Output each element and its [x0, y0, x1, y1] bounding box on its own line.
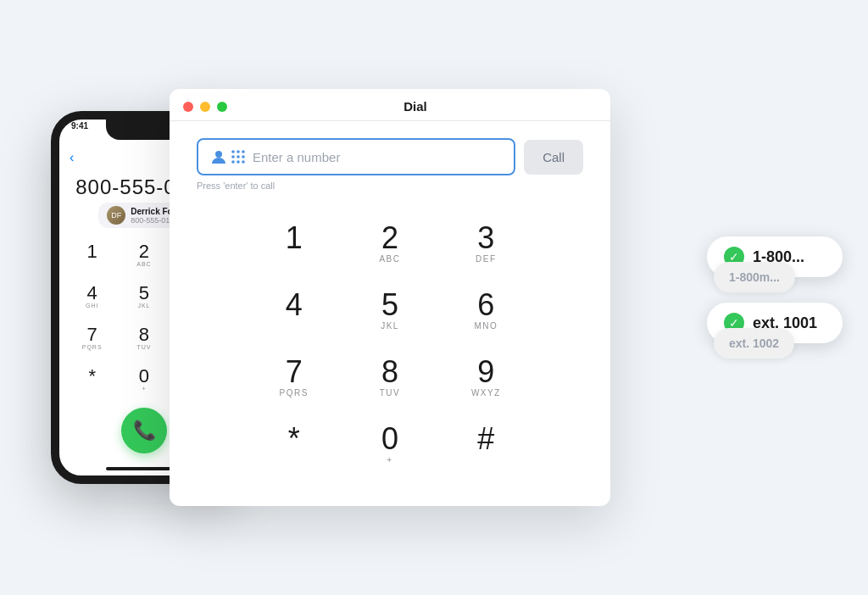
phone-key-5[interactable]: 5jkl	[118, 276, 170, 318]
phone-key-num: *	[88, 367, 96, 386]
phone-key-alpha: pqrs	[82, 344, 103, 352]
phone-time: 9:41	[71, 121, 88, 131]
desktop-window: Dial	[170, 89, 610, 506]
dialpad-key-alpha: WXYZ	[471, 388, 501, 400]
phone-key-num: 8	[139, 325, 149, 344]
scene: 9:41 ▲▲▲ ▲ ▮ ‹ 800-555-0101 DF Derrick F…	[0, 0, 868, 595]
dialpad-icon	[231, 149, 246, 164]
phone-key-alpha: abc	[136, 261, 151, 269]
desktop-key-4[interactable]: 4	[246, 278, 342, 345]
dialpad-key-alpha: DEF	[476, 254, 497, 266]
dialpad-key-alpha: PQRS	[279, 388, 308, 400]
call-button[interactable]: Call	[524, 140, 583, 175]
dial-input-placeholder: Enter a number	[253, 150, 502, 164]
svg-point-9	[242, 160, 245, 164]
svg-point-4	[231, 155, 235, 158]
phone-contact-avatar: DF	[107, 206, 125, 225]
desktop-key-2[interactable]: 2ABC	[342, 211, 437, 278]
phone-key-1[interactable]: 1	[66, 235, 118, 276]
svg-point-0	[215, 151, 222, 158]
svg-point-1	[231, 150, 235, 153]
dial-input-row: Enter a number Call	[197, 138, 583, 175]
svg-point-8	[236, 160, 240, 164]
phone-key-num: 4	[87, 284, 97, 303]
dialpad-key-alpha: ABC	[379, 254, 400, 266]
desktop-key-3[interactable]: 3DEF	[438, 211, 534, 278]
badge-behind-2: ext. 1002	[714, 328, 794, 359]
desktop-key-1[interactable]: 1	[246, 211, 342, 278]
phone-key-alpha: ghi	[86, 303, 98, 310]
window-title: Dial	[234, 99, 597, 114]
dialpad-key-alpha: JKL	[381, 321, 399, 333]
phone-key-alpha: jkl	[137, 303, 150, 310]
dialpad-key-num: 3	[477, 223, 494, 253]
dialpad-key-num: 9	[477, 357, 494, 387]
desktop-dialpad: 12ABC3DEF45JKL6MNO7PQRS8TUV9WXYZ*0+#	[246, 211, 534, 479]
dialpad-key-num: 8	[381, 357, 398, 387]
phone-key-num: 2	[139, 242, 149, 261]
badges-container: ✓ 1-800... 1-800m... ✓ ext. 1001 ext. 10…	[707, 236, 843, 359]
badge-behind-1: 1-800m...	[714, 262, 795, 292]
desktop-key-*[interactable]: *	[246, 412, 342, 479]
desktop-key-8[interactable]: 8TUV	[342, 345, 437, 412]
phone-key-4[interactable]: 4ghi	[66, 276, 118, 318]
avatar-image: DF	[107, 206, 125, 225]
dialpad-key-num: #	[477, 424, 494, 454]
window-titlebar: Dial	[170, 89, 610, 120]
dialpad-key-alpha: +	[387, 455, 392, 467]
desktop-key-7[interactable]: 7PQRS	[246, 345, 342, 412]
desktop-key-#[interactable]: #	[438, 412, 534, 479]
dialpad-key-num: 0	[381, 424, 398, 454]
phone-key-*[interactable]: *	[66, 359, 118, 401]
dialpad-key-num: 6	[477, 290, 494, 320]
desktop-key-0[interactable]: 0+	[342, 412, 437, 479]
phone-key-7[interactable]: 7pqrs	[66, 318, 118, 359]
dialpad-key-num: *	[288, 424, 300, 454]
window-body: Enter a number Call Press 'enter' to cal…	[170, 138, 610, 479]
dialpad-key-num: 2	[381, 223, 398, 253]
svg-point-5	[236, 155, 240, 158]
window-close-dot[interactable]	[183, 102, 193, 112]
contact-icon	[210, 148, 227, 165]
dialpad-key-num: 4	[286, 290, 303, 320]
phone-key-num: 1	[87, 242, 97, 261]
svg-point-3	[242, 150, 245, 153]
dialpad-key-num: 1	[286, 223, 303, 253]
dial-input-icon	[210, 148, 246, 165]
phone-key-2[interactable]: 2abc	[118, 235, 170, 276]
dialpad-key-alpha: TUV	[380, 388, 401, 400]
dial-input-box[interactable]: Enter a number	[197, 138, 515, 175]
svg-point-6	[242, 155, 245, 158]
dialpad-key-alpha: MNO	[474, 321, 498, 333]
badge-group-1: ✓ 1-800... 1-800m...	[707, 236, 843, 292]
window-divider	[170, 120, 610, 121]
svg-point-2	[236, 150, 240, 153]
phone-key-0[interactable]: 0+	[118, 359, 170, 401]
press-enter-hint: Press 'enter' to call	[197, 181, 583, 191]
badge-group-2: ✓ ext. 1001 ext. 1002	[707, 303, 843, 359]
phone-key-num: 5	[139, 284, 149, 303]
svg-point-7	[231, 160, 235, 164]
dialpad-key-num: 5	[381, 290, 398, 320]
phone-key-8[interactable]: 8tuv	[118, 318, 170, 359]
window-minimize-dot[interactable]	[200, 102, 210, 112]
phone-call-button[interactable]: 📞	[121, 408, 167, 453]
desktop-key-9[interactable]: 9WXYZ	[438, 345, 534, 412]
window-maximize-dot[interactable]	[217, 102, 227, 112]
desktop-key-6[interactable]: 6MNO	[438, 278, 534, 345]
phone-key-alpha: +	[142, 386, 146, 393]
dialpad-key-num: 7	[286, 357, 303, 387]
desktop-key-5[interactable]: 5JKL	[342, 278, 437, 345]
phone-key-num: 0	[139, 367, 149, 386]
phone-key-alpha: tuv	[136, 344, 151, 352]
phone-key-num: 7	[87, 325, 97, 344]
